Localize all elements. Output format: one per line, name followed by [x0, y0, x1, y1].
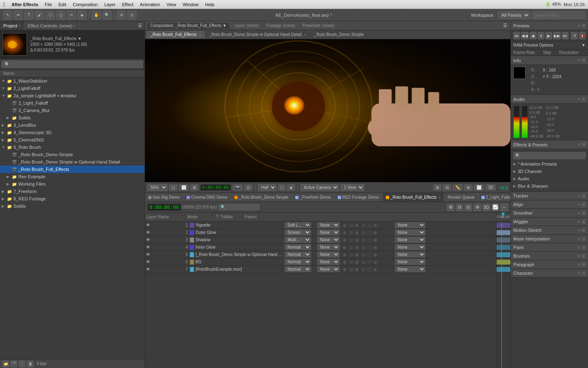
motion-sketch-menu[interactable]: ☰ — [582, 228, 586, 233]
tool-orbit[interactable]: ⊙ — [127, 11, 136, 20]
layer-trkmat-7[interactable]: None — [317, 266, 342, 272]
info-header[interactable]: Info × ☰ — [511, 56, 588, 65]
tree-item-2a_simple_Lightfalloff_+_lensblur[interactable]: ▼📁2a_simple Lightfalloff + lensblur — [0, 92, 145, 99]
time-bar-6[interactable] — [497, 260, 510, 265]
effects-search-input[interactable] — [513, 152, 586, 159]
timeline-expand-btn[interactable]: ↔ — [501, 204, 508, 211]
layer-trkmat-1[interactable]: None — [317, 222, 342, 228]
tab-geo-rig-demo[interactable]: Geo Rig Demo — [145, 193, 183, 202]
time-bar-4[interactable] — [497, 245, 510, 250]
viewer-btn-3[interactable]: ⊞ — [190, 184, 198, 191]
viewer-toggle[interactable]: ⊙ — [244, 184, 252, 191]
tab-render-queue[interactable]: Render Queue — [444, 193, 478, 202]
workspace-select[interactable]: All Panels — [498, 11, 530, 19]
motion-sketch-header[interactable]: Motion Sketch × ☰ — [511, 226, 588, 234]
viewer-camera-icon[interactable]: 📷 — [233, 184, 243, 191]
layer-row-3[interactable]: 👁 3 Shadow Multi... None ◎ ◻ — [145, 236, 496, 244]
layer-row-5[interactable]: 👁 5 [_Roto Brush_Demo Simple w Optional … — [145, 251, 496, 258]
comp-tab-roto-optional[interactable]: _Roto Brush_Demo Simple w Optional Hand … — [205, 31, 310, 38]
tool-hand[interactable]: ✋ — [92, 11, 101, 20]
align-menu[interactable]: ☰ — [582, 202, 586, 207]
tool-zoom[interactable]: 🔍 — [102, 11, 111, 20]
tree-item-Solids[interactable]: ▶📁Solids — [0, 114, 145, 121]
view-select[interactable]: 1 View — [341, 184, 364, 191]
comp-tab-roto-optional-close[interactable]: × — [304, 33, 306, 37]
viewer-toggle-alpha[interactable]: ◈ — [287, 184, 295, 191]
layer-mode-6[interactable]: Normal — [285, 259, 313, 265]
viewer-btn-1[interactable]: ◻ — [169, 184, 177, 191]
viewer-btn-2[interactable]: ⬜ — [179, 184, 189, 191]
paragraph-menu[interactable]: ☰ — [582, 263, 586, 267]
tab-effect-controls[interactable]: Effect Controls: (none) × — [24, 21, 80, 30]
brushes-close[interactable]: × — [578, 254, 580, 258]
viewer-region[interactable]: ⬜ — [474, 184, 484, 191]
tool-rotobrush[interactable]: ✂ — [67, 11, 76, 20]
project-search-input[interactable] — [2, 61, 143, 68]
preview-header[interactable]: Preview × ☰ — [511, 21, 588, 30]
smoother-header[interactable]: Smoother × ☰ — [511, 209, 588, 217]
time-bar-1[interactable] — [497, 223, 510, 228]
tool-pen[interactable]: ✒ — [14, 11, 23, 20]
layer-row-2[interactable]: 👁 2 Outer Glow Screen None ◎ — [145, 229, 496, 236]
prev-loop[interactable]: ↺ — [571, 32, 577, 39]
tree-item-Solids[interactable]: ▶📁Solids — [0, 202, 145, 210]
effects-header[interactable]: Effects & Presets × ☰ — [511, 140, 588, 149]
timeline-search[interactable] — [218, 204, 259, 210]
time-bar-2[interactable] — [497, 230, 510, 235]
prev-first-frame[interactable]: ⏮ — [513, 32, 520, 39]
viewer-fast-preview[interactable]: □ — [278, 184, 285, 191]
paint-close[interactable]: × — [578, 245, 580, 250]
tree-item-3_LensBlur[interactable]: ▶📁3_LensBlur — [0, 121, 145, 129]
timeline-timecode[interactable]: 0:00:00:06 — [147, 204, 181, 211]
menu-animation[interactable]: Animation — [137, 1, 163, 8]
audio-close[interactable]: × — [578, 97, 580, 101]
time-bar-7[interactable] — [497, 267, 510, 272]
layer-row-4[interactable]: 👁 4 Inner Glow Normal None ◎ — [145, 244, 496, 251]
mask-interpolation-close[interactable]: × — [578, 237, 580, 241]
audio-header[interactable]: Audio × ☰ — [511, 95, 588, 104]
paint-menu[interactable]: ☰ — [582, 245, 586, 250]
comp-viewer-menu[interactable]: ☰ — [501, 23, 509, 28]
audio-menu[interactable]: ☰ — [582, 97, 586, 101]
timeline-layer-switches-btn[interactable]: ⊞ — [447, 204, 454, 211]
time-bar-3[interactable] — [497, 238, 510, 242]
info-menu[interactable]: ☰ — [582, 58, 586, 63]
brushes-menu[interactable]: ☰ — [582, 254, 586, 258]
layer-parent-1[interactable]: None — [395, 222, 428, 228]
effects-menu[interactable]: ☰ — [582, 142, 586, 147]
menu-edit[interactable]: Edit — [56, 1, 69, 8]
wiggler-close[interactable]: × — [578, 220, 580, 224]
tree-item-Working_Files[interactable]: ▶📁Working Files — [0, 180, 145, 188]
paragraph-header[interactable]: Paragraph × ☰ — [511, 260, 588, 269]
search-help-input[interactable] — [532, 11, 585, 19]
comp-tab-roto-full-close[interactable]: × — [199, 33, 201, 37]
prev-mute[interactable]: 🔇 — [579, 32, 586, 39]
viewer-grid[interactable]: ⊞ — [433, 184, 441, 191]
viewer-snap[interactable]: ⊕ — [464, 184, 472, 191]
timeline-frame-blend-btn[interactable]: ⊕ — [474, 204, 481, 211]
tool-brush[interactable]: 🖌 — [35, 11, 44, 20]
tracker-menu[interactable]: ☰ — [582, 194, 586, 198]
align-header[interactable]: Align × ☰ — [511, 200, 588, 209]
timeline-graph-editor-btn[interactable]: 📈 — [492, 204, 499, 211]
layer-eye-6[interactable]: 👁 — [145, 260, 151, 264]
prev-play[interactable]: ▶ — [546, 32, 552, 39]
layer-mode-5[interactable]: Normal — [285, 251, 313, 258]
effects-cat-animation[interactable]: ▶ * Animation Presets — [511, 160, 588, 168]
tab-project[interactable]: Project × — [0, 21, 24, 30]
zoom-select[interactable]: 50% — [147, 184, 167, 191]
tool-select[interactable]: ↖ — [3, 11, 12, 20]
tree-item-1_WarpStabilizer[interactable]: ▼📁1_WarpStabilizer — [0, 77, 145, 85]
layer-parent-2[interactable]: None — [395, 229, 428, 236]
timeline-motion-blur-btn[interactable]: ◎ — [465, 204, 472, 211]
quality-select[interactable]: Half — [258, 184, 276, 191]
layer-eye-7[interactable]: 👁 — [145, 267, 151, 272]
character-close[interactable]: × — [578, 271, 580, 276]
tool-rotate[interactable]: ↺ — [117, 11, 126, 20]
layer-row-1[interactable]: 👁 1 Vignette Soft L... None ◎ — [145, 222, 496, 229]
mask-interpolation-menu[interactable]: ☰ — [582, 237, 586, 241]
tab-effect-controls-close[interactable]: × — [74, 24, 76, 28]
effects-cat-blur-sharpen[interactable]: ▶ Blur & Sharpen — [511, 182, 588, 190]
menu-effect[interactable]: Effect — [119, 1, 136, 8]
tree-item-_Roto_Brush_Full_Effects[interactable]: 🎬_Roto Brush_Full_Effects — [0, 166, 145, 173]
